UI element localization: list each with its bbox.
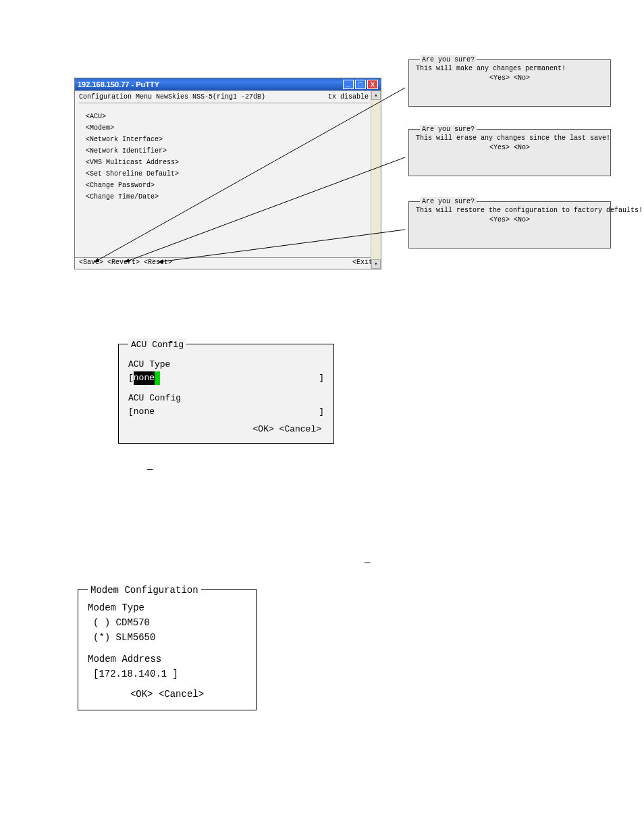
putty-window: 192.168.150.77 - PuTTY _ □ X Configurati… bbox=[74, 78, 381, 269]
acu-config-field[interactable]: [none ] bbox=[128, 405, 324, 419]
menu-network-identifier[interactable]: <Network Identifier> bbox=[86, 147, 369, 156]
dialog-save-confirm: Are you sure? This will make any changes… bbox=[408, 59, 611, 107]
scroll-up-icon[interactable]: ▴ bbox=[371, 90, 381, 100]
dialog-title: Are you sure? bbox=[420, 125, 477, 134]
modem-addr-value[interactable]: [172.18.140.1 ] bbox=[88, 667, 246, 681]
menu-set-shoreline[interactable]: <Set Shoreline Default> bbox=[86, 170, 369, 179]
menu-change-time-date[interactable]: <Change Time/Date> bbox=[86, 192, 369, 202]
menu-acu[interactable]: <ACU> bbox=[86, 112, 369, 122]
dialog-msg: This will make any changes permanent! bbox=[416, 64, 603, 74]
menu-vms-multicast[interactable]: <VMS Multicast Address> bbox=[86, 158, 369, 167]
config-header-left: Configuration Menu NewSkies NSS-5(ring1 … bbox=[79, 93, 265, 102]
ok-button[interactable]: <OK> bbox=[130, 689, 153, 700]
acu-config-value: none bbox=[134, 405, 155, 419]
modem-addr-label: Modem Address bbox=[88, 652, 246, 667]
terminal-body: Configuration Menu NewSkies NSS-5(ring1 … bbox=[75, 90, 381, 269]
dialog-yesno[interactable]: <Yes> <No> bbox=[416, 143, 603, 153]
minimize-button[interactable]: _ bbox=[343, 80, 354, 89]
menu-change-password[interactable]: <Change Password> bbox=[86, 181, 369, 190]
acu-config-label: ACU Config bbox=[128, 392, 324, 405]
titlebar: 192.168.150.77 - PuTTY _ □ X bbox=[75, 78, 381, 90]
modem-opt-cdm570[interactable]: ( ) CDM570 bbox=[88, 615, 246, 630]
modem-config-box: Modem Configuration Modem Type ( ) CDM57… bbox=[78, 589, 257, 710]
cancel-button[interactable]: <Cancel> bbox=[279, 424, 321, 434]
dialog-title: Are you sure? bbox=[420, 55, 477, 65]
dialog-yesno[interactable]: <Yes> <No> bbox=[416, 215, 603, 225]
revert-button[interactable]: <Revert> bbox=[107, 259, 140, 266]
dialog-title: Are you sure? bbox=[420, 197, 477, 207]
reset-button[interactable]: <Reset> bbox=[144, 259, 172, 266]
acu-title: ACU Config bbox=[128, 338, 186, 352]
window-title: 192.168.150.77 - PuTTY bbox=[78, 80, 342, 88]
dialog-reset-confirm: Are you sure? This will restore the conf… bbox=[408, 201, 611, 249]
modem-type-label: Modem Type bbox=[88, 600, 246, 615]
acu-type-label: ACU Type bbox=[128, 358, 324, 371]
ok-button[interactable]: <OK> bbox=[253, 424, 274, 434]
dash-mark: — bbox=[147, 464, 153, 475]
close-button[interactable]: X bbox=[367, 80, 378, 89]
menu-network-interface[interactable]: <Network Interface> bbox=[86, 135, 369, 145]
modem-title: Modem Configuration bbox=[88, 583, 201, 598]
maximize-button[interactable]: □ bbox=[355, 80, 366, 89]
dialog-revert-confirm: Are you sure? This will erase any change… bbox=[408, 129, 611, 176]
acu-type-field[interactable]: [none ] bbox=[128, 371, 324, 385]
scrollbar[interactable]: ▴ ▾ bbox=[371, 90, 381, 269]
acu-type-value: none bbox=[134, 371, 155, 385]
save-button[interactable]: <Save> bbox=[79, 259, 103, 266]
dialog-msg: This will erase any changes since the la… bbox=[416, 134, 603, 143]
dialog-yesno[interactable]: <Yes> <No> bbox=[416, 74, 603, 83]
menu-modem[interactable]: <Modem> bbox=[86, 124, 369, 133]
config-header-right: tx disable bbox=[328, 93, 369, 102]
dash-mark: — bbox=[365, 557, 370, 568]
cancel-button[interactable]: <Cancel> bbox=[159, 689, 204, 700]
modem-opt-slm5650[interactable]: (*) SLM5650 bbox=[88, 630, 246, 645]
acu-config-box: ACU Config ACU Type [none ] ACU Config [… bbox=[118, 344, 334, 444]
dialog-msg: This will restore the configuration to f… bbox=[416, 206, 603, 215]
scroll-down-icon[interactable]: ▾ bbox=[371, 259, 381, 269]
